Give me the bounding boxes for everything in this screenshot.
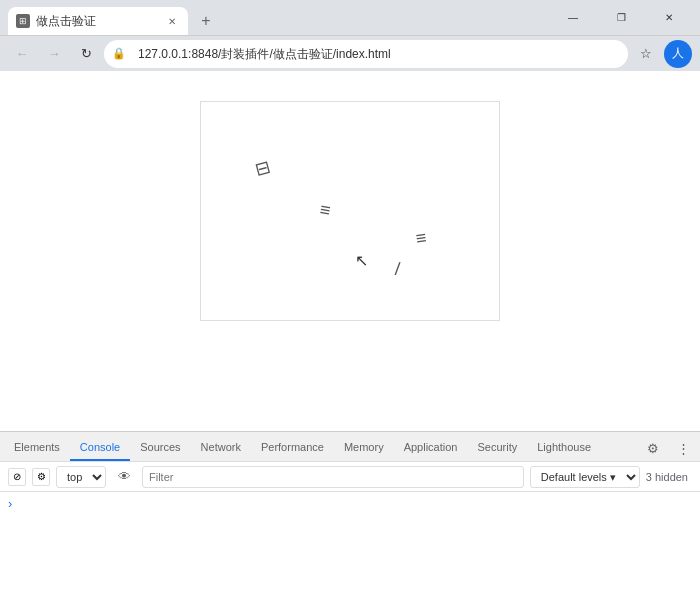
active-tab[interactable]: ⊞ 做点击验证 ✕ — [8, 7, 188, 35]
eye-icon[interactable]: 👁 — [112, 465, 136, 489]
window-controls: — ❐ ✕ — [550, 0, 692, 35]
chrome-window: ⊞ 做点击验证 ✕ + — ❐ ✕ ← → ↻ 🔒 127.0.0.1:8848… — [0, 0, 700, 601]
reload-button[interactable]: ↻ — [72, 40, 100, 68]
console-content: › — [0, 492, 700, 601]
tab-performance[interactable]: Performance — [251, 435, 334, 461]
demo-box: ⊟≡≡/ — [200, 101, 500, 321]
tab-close-button[interactable]: ✕ — [164, 13, 180, 29]
tab-console[interactable]: Console — [70, 435, 130, 461]
level-selector[interactable]: Default levels ▾ — [530, 466, 640, 488]
tab-memory[interactable]: Memory — [334, 435, 394, 461]
tab-application[interactable]: Application — [394, 435, 468, 461]
tab-network[interactable]: Network — [191, 435, 251, 461]
clear-console-button[interactable]: ⊘ — [8, 468, 26, 486]
tab-area: ⊞ 做点击验证 ✕ + — [8, 0, 542, 35]
tab-favicon: ⊞ — [16, 14, 30, 28]
more-icon[interactable]: ⋮ — [670, 435, 696, 461]
devtools-tools: ⚙ ⋮ — [640, 435, 696, 461]
console-settings-button[interactable]: ⚙ — [32, 468, 50, 486]
demo-icon-3: / — [394, 259, 401, 280]
url-display: 127.0.0.1:8848/封装插件/做点击验证/index.html — [130, 40, 624, 68]
tab-lighthouse[interactable]: Lighthouse — [527, 435, 601, 461]
tab-title: 做点击验证 — [36, 13, 158, 30]
tab-elements[interactable]: Elements — [4, 435, 70, 461]
console-toolbar: ⊘ ⚙ top 👁 Default levels ▾ 3 hidden — [0, 462, 700, 492]
tab-sources[interactable]: Sources — [130, 435, 190, 461]
prompt-arrow-icon: › — [8, 496, 12, 511]
devtools-panel: Elements Console Sources Network Perform… — [0, 431, 700, 601]
profile-button[interactable]: 人 — [664, 40, 692, 68]
settings-icon[interactable]: ⚙ — [640, 435, 666, 461]
maximize-button[interactable]: ❐ — [598, 0, 644, 35]
bookmark-button[interactable]: ☆ — [632, 40, 660, 68]
address-bar: ← → ↻ 🔒 127.0.0.1:8848/封装插件/做点击验证/index.… — [0, 35, 700, 71]
close-button[interactable]: ✕ — [646, 0, 692, 35]
devtools-tab-bar: Elements Console Sources Network Perform… — [0, 432, 700, 462]
console-prompt: › — [8, 496, 692, 511]
title-bar: ⊞ 做点击验证 ✕ + — ❐ ✕ — [0, 0, 700, 35]
address-container[interactable]: 🔒 127.0.0.1:8848/封装插件/做点击验证/index.html — [104, 40, 628, 68]
page-content: ⊟≡≡/ ↖ — [0, 71, 700, 431]
tab-security[interactable]: Security — [467, 435, 527, 461]
back-button[interactable]: ← — [8, 40, 36, 68]
new-tab-button[interactable]: + — [192, 7, 220, 35]
demo-icon-2: ≡ — [414, 228, 427, 250]
hidden-count: 3 hidden — [646, 471, 692, 483]
lock-icon: 🔒 — [112, 47, 126, 60]
demo-icon-0: ⊟ — [252, 155, 272, 180]
minimize-button[interactable]: — — [550, 0, 596, 35]
filter-input[interactable] — [142, 466, 524, 488]
forward-button[interactable]: → — [40, 40, 68, 68]
demo-icon-1: ≡ — [318, 199, 332, 222]
context-selector[interactable]: top — [56, 466, 106, 488]
